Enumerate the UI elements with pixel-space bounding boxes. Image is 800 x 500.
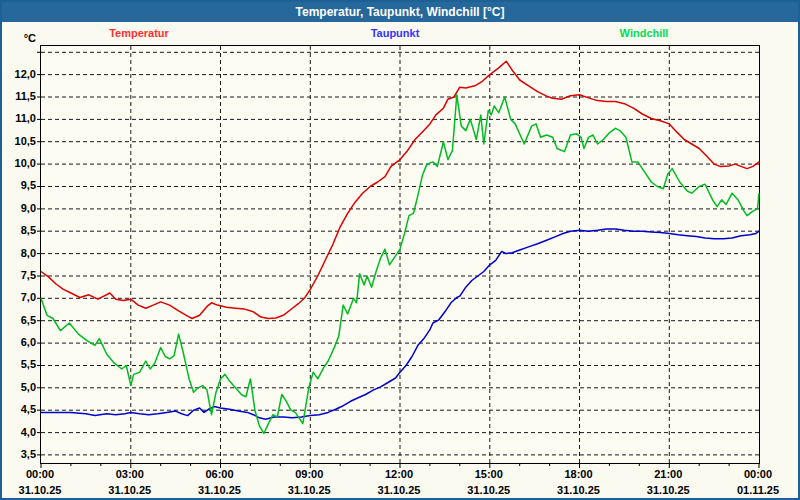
x-axis-time-label: 09:00 <box>295 468 323 480</box>
y-axis-unit-label: °C <box>2 32 36 44</box>
y-axis-tick-label: 6,5 <box>2 313 36 327</box>
x-axis-date-label: 01.11.25 <box>737 484 779 496</box>
window-title: Temperatur, Taupunkt, Windchill [°C] <box>296 5 505 19</box>
x-axis-date-label: 31.10.25 <box>378 484 421 496</box>
y-axis-tick-label: 9,0 <box>2 201 36 215</box>
y-axis-tick-label: 8,0 <box>2 246 36 260</box>
y-axis-tick-label: 11,0 <box>2 111 36 125</box>
x-axis-time-label: 06:00 <box>205 468 233 480</box>
y-axis-tick-label: 6,0 <box>2 335 36 349</box>
y-axis-tick-label: 8,5 <box>2 223 36 237</box>
x-axis-date-label: 31.10.25 <box>108 484 151 496</box>
x-axis-time-label: 21:00 <box>654 468 682 480</box>
title-bar: Temperatur, Taupunkt, Windchill [°C] <box>2 2 798 22</box>
y-axis-tick-label: 10,0 <box>2 156 36 170</box>
y-axis-tick-label: 7,0 <box>2 290 36 304</box>
y-axis-tick-label: 4,5 <box>2 402 36 416</box>
legend-item-windchill: Windchill <box>620 27 669 39</box>
x-axis-time-label: 00:00 <box>26 468 54 480</box>
x-axis-time-label: 03:00 <box>116 468 144 480</box>
plot-area <box>40 45 760 464</box>
y-axis-tick-label: 11,5 <box>2 89 36 103</box>
y-axis-tick-label: 5,5 <box>2 357 36 371</box>
y-axis-tick-label: 3,5 <box>2 447 36 461</box>
x-axis-time-label: 00:00 <box>744 468 772 480</box>
legend-item-taupunkt: Taupunkt <box>371 27 420 39</box>
chart-canvas <box>41 46 759 463</box>
y-axis-tick-label: 5,0 <box>2 380 36 394</box>
y-axis-tick-label: 10,5 <box>2 134 36 148</box>
x-axis-time-label: 12:00 <box>385 468 413 480</box>
x-axis-date-label: 31.10.25 <box>288 484 331 496</box>
y-axis-tick-label: 9,5 <box>2 178 36 192</box>
x-axis-date-label: 31.10.25 <box>467 484 510 496</box>
x-axis-time-label: 18:00 <box>564 468 592 480</box>
x-axis-time-label: 15:00 <box>475 468 503 480</box>
y-axis-tick-label: 4,0 <box>2 425 36 439</box>
x-axis-date-label: 31.10.25 <box>19 484 62 496</box>
weather-chart-window: Temperatur, Taupunkt, Windchill [°C] Tem… <box>0 0 800 500</box>
x-axis-date-label: 31.10.25 <box>557 484 600 496</box>
y-axis-tick-label: 7,5 <box>2 268 36 282</box>
x-axis-date-label: 31.10.25 <box>198 484 241 496</box>
y-axis-tick-label: 12,0 <box>2 67 36 81</box>
legend-item-temperatur: Temperatur <box>109 27 169 39</box>
x-axis-date-label: 31.10.25 <box>647 484 690 496</box>
